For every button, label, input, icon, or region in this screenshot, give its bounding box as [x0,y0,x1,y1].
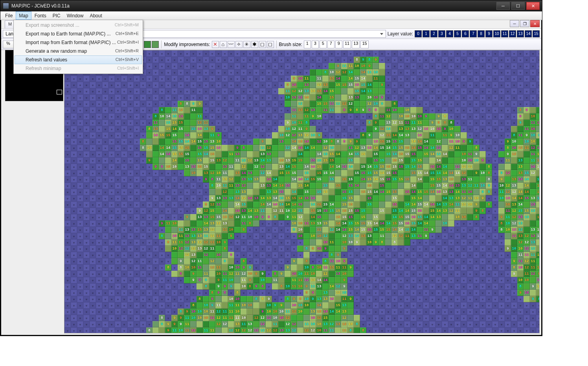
ocean-tile[interactable] [435,246,442,252]
land-tile[interactable] [178,252,184,258]
land-tile[interactable]: 11 [423,227,429,233]
ocean-tile[interactable] [228,69,234,76]
land-tile[interactable]: 12 [259,315,266,321]
land-tile[interactable]: 11 [222,227,228,233]
land-tile[interactable]: 11 [517,258,524,264]
ocean-tile[interactable] [410,258,417,264]
land-tile[interactable]: 11 [530,258,536,264]
ocean-tile[interactable] [77,195,83,201]
ocean-tile[interactable] [253,264,259,271]
land-tile[interactable]: 15 [417,157,423,164]
land-tile[interactable] [247,296,253,302]
ocean-tile[interactable] [410,277,417,283]
land-tile[interactable]: 9 [228,283,234,290]
land-tile[interactable]: 12 [329,227,335,233]
land-tile[interactable]: 13 [197,233,203,239]
ocean-tile[interactable] [197,76,203,82]
land-tile[interactable]: 13 [234,321,241,327]
ocean-tile[interactable] [505,63,511,69]
ocean-tile[interactable] [335,113,341,120]
ocean-tile[interactable] [146,271,153,277]
land-tile[interactable]: 12 [203,246,209,252]
ocean-tile[interactable] [115,164,121,170]
ocean-tile[interactable] [134,302,140,309]
ocean-tile[interactable] [354,283,360,290]
land-tile[interactable]: 12 [341,69,347,76]
ocean-tile[interactable] [492,271,498,277]
land-tile[interactable]: 12 [228,327,234,333]
ocean-tile[interactable] [165,170,171,176]
ocean-tile[interactable] [102,252,108,258]
terrain-swatch-10[interactable] [144,41,151,48]
land-tile[interactable] [310,76,316,82]
land-tile[interactable]: 11 [222,309,228,315]
ocean-tile[interactable] [71,246,77,252]
land-tile[interactable]: 9 [153,164,159,170]
land-tile[interactable] [341,76,347,82]
ocean-tile[interactable] [454,107,461,113]
ocean-tile[interactable] [473,258,480,264]
ocean-tile[interactable] [90,309,96,315]
ocean-tile[interactable] [498,88,505,94]
ocean-tile[interactable] [140,296,146,302]
land-tile[interactable] [171,258,178,264]
land-tile[interactable]: 11 [410,120,417,126]
ocean-tile[interactable] [127,327,134,333]
ocean-tile[interactable] [228,82,234,88]
land-tile[interactable]: 11 [454,201,461,208]
ocean-tile[interactable] [467,315,473,321]
ocean-tile[interactable] [398,252,404,258]
land-tile[interactable] [391,113,398,120]
ocean-tile[interactable] [102,309,108,315]
ocean-tile[interactable] [197,50,203,57]
land-tile[interactable] [517,151,524,157]
land-tile[interactable]: 10 [442,220,448,227]
land-tile[interactable] [310,183,316,189]
ocean-tile[interactable] [278,63,285,69]
land-tile[interactable]: 8 [266,214,272,220]
land-tile[interactable] [297,315,303,321]
land-tile[interactable] [272,151,278,157]
land-tile[interactable]: 10 [360,63,366,69]
land-tile[interactable]: 15 [423,151,429,157]
land-tile[interactable]: 11 [203,120,209,126]
ocean-tile[interactable] [146,195,153,201]
ocean-tile[interactable] [379,327,385,333]
ocean-tile[interactable] [241,107,247,113]
land-tile[interactable]: 9 [178,258,184,264]
ocean-tile[interactable] [222,126,228,132]
ocean-tile[interactable] [442,264,448,271]
ocean-tile[interactable] [366,50,373,57]
ocean-tile[interactable] [171,201,178,208]
ocean-tile[interactable] [108,164,115,170]
land-tile[interactable]: 15 [410,157,417,164]
land-tile[interactable]: 14 [385,126,391,132]
ocean-tile[interactable] [505,50,511,57]
land-tile[interactable] [329,290,335,296]
layer-value-10[interactable]: 10 [493,30,500,37]
ocean-tile[interactable] [435,283,442,290]
ocean-tile[interactable] [184,296,190,302]
ocean-tile[interactable] [360,264,366,271]
ocean-tile[interactable] [115,264,121,271]
ocean-tile[interactable] [153,302,159,309]
land-tile[interactable]: 8 [498,220,505,227]
ocean-tile[interactable] [96,113,102,120]
ocean-tile[interactable] [140,201,146,208]
ocean-tile[interactable] [178,201,184,208]
ocean-tile[interactable] [536,88,540,94]
ocean-tile[interactable] [121,258,127,264]
land-tile[interactable]: 13 [297,132,303,139]
ocean-tile[interactable] [435,69,442,76]
ocean-tile[interactable] [234,132,241,139]
ocean-tile[interactable] [398,69,404,76]
ocean-tile[interactable] [473,277,480,283]
land-tile[interactable] [467,214,473,220]
land-tile[interactable] [530,183,536,189]
ocean-tile[interactable] [297,252,303,258]
land-tile[interactable]: 15 [329,176,335,183]
ocean-tile[interactable] [102,302,108,309]
ocean-tile[interactable] [360,258,366,264]
ocean-tile[interactable] [266,57,272,63]
ocean-tile[interactable] [153,290,159,296]
